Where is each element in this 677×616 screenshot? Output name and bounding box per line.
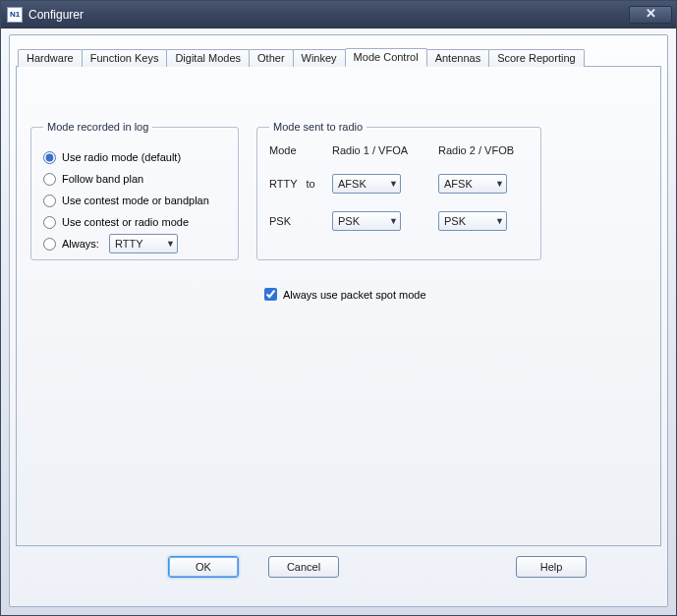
group-mode-recorded: Mode recorded in log Use radio mode (def…	[30, 121, 239, 260]
chevron-down-icon: ▼	[389, 179, 398, 189]
tab-hardware[interactable]: Hardware	[18, 49, 83, 67]
window-title: Configurer	[28, 8, 629, 22]
group-mode-sent: Mode sent to radio Mode Radio 1 / VFOA R…	[256, 121, 541, 260]
packet-spot-label: Always use packet spot mode	[283, 289, 426, 301]
group-mode-sent-legend: Mode sent to radio	[269, 121, 367, 133]
configurer-window: N1 Configurer ✕ Hardware Function Keys D…	[0, 0, 677, 616]
radio-follow-band-plan-label: Follow band plan	[62, 173, 143, 185]
row-rtty-label: RTTY to	[269, 178, 318, 190]
radio-contest-or-bandplan[interactable]	[43, 195, 56, 207]
close-button[interactable]: ✕	[629, 6, 672, 24]
radio-always[interactable]	[43, 238, 56, 251]
ok-button[interactable]: OK	[168, 556, 239, 578]
tab-antennas[interactable]: Antennas	[426, 49, 489, 67]
chevron-down-icon: ▼	[495, 216, 504, 226]
psk-radio2-value: PSK	[444, 215, 466, 227]
col-radio1-header: Radio 1 / VFOA	[332, 144, 424, 156]
psk-radio2-combo[interactable]: PSK ▼	[438, 211, 507, 231]
title-bar: N1 Configurer ✕	[1, 1, 676, 28]
tab-mode-control[interactable]: Mode Control	[345, 48, 427, 67]
group-mode-recorded-legend: Mode recorded in log	[43, 121, 152, 133]
packet-spot-checkbox[interactable]	[264, 288, 277, 301]
client-area: Hardware Function Keys Digital Modes Oth…	[9, 34, 668, 607]
radio-contest-or-radio[interactable]	[43, 216, 56, 229]
tab-other[interactable]: Other	[249, 49, 294, 67]
tab-function-keys[interactable]: Function Keys	[82, 49, 168, 67]
app-icon: N1	[7, 7, 23, 23]
radio-follow-band-plan[interactable]	[43, 173, 56, 186]
help-button[interactable]: Help	[516, 556, 587, 578]
radio-use-radio-mode-label: Use radio mode (default)	[62, 151, 181, 163]
tab-strip: Hardware Function Keys Digital Modes Oth…	[16, 45, 661, 67]
rtty-radio1-value: AFSK	[338, 178, 367, 190]
radio-always-label: Always:	[62, 238, 109, 250]
col-mode-header: Mode	[269, 144, 318, 156]
mode-control-panel: Mode recorded in log Use radio mode (def…	[16, 67, 661, 546]
tab-digital-modes[interactable]: Digital Modes	[166, 49, 250, 67]
chevron-down-icon: ▼	[166, 239, 175, 249]
always-mode-combo[interactable]: RTTY ▼	[109, 234, 178, 253]
chevron-down-icon: ▼	[389, 216, 398, 226]
always-mode-value: RTTY	[115, 238, 143, 250]
row-psk-label: PSK	[269, 215, 318, 227]
tab-winkey[interactable]: Winkey	[293, 49, 346, 67]
tab-score-reporting[interactable]: Score Reporting	[488, 49, 585, 67]
radio-contest-or-radio-label: Use contest or radio mode	[62, 216, 189, 228]
psk-radio1-value: PSK	[338, 215, 360, 227]
rtty-radio1-combo[interactable]: AFSK ▼	[332, 174, 401, 194]
rtty-radio2-combo[interactable]: AFSK ▼	[438, 174, 507, 194]
cancel-button[interactable]: Cancel	[268, 556, 339, 578]
chevron-down-icon: ▼	[495, 179, 504, 189]
col-radio2-header: Radio 2 / VFOB	[438, 144, 531, 156]
rtty-radio2-value: AFSK	[444, 178, 473, 190]
radio-use-radio-mode[interactable]	[43, 151, 56, 164]
psk-radio1-combo[interactable]: PSK ▼	[332, 211, 401, 231]
dialog-buttons: OK Cancel Help	[168, 556, 661, 578]
radio-contest-or-bandplan-label: Use contest mode or bandplan	[62, 195, 209, 206]
